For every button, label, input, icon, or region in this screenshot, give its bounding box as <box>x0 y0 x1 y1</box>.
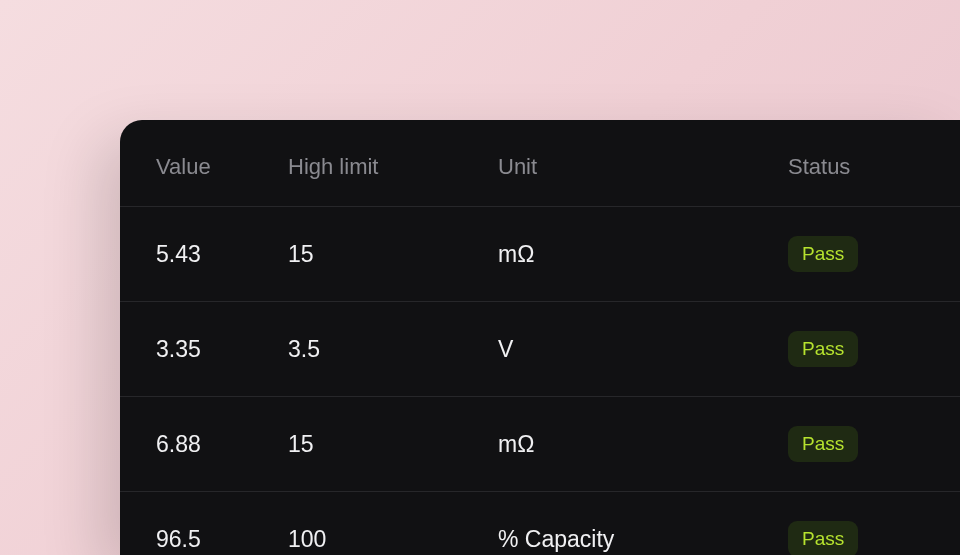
cell-high-limit: 3.5 <box>288 302 498 397</box>
header-high-limit: High limit <box>288 132 498 207</box>
table-row: 96.5 100 % Capacity Pass <box>120 492 960 556</box>
cell-value: 5.43 <box>120 207 288 302</box>
data-panel: Value High limit Unit Status 5.43 15 mΩ … <box>120 120 960 555</box>
header-unit: Unit <box>498 132 788 207</box>
cell-status: Pass <box>788 397 960 492</box>
table-row: 5.43 15 mΩ Pass <box>120 207 960 302</box>
header-status: Status <box>788 132 960 207</box>
status-badge: Pass <box>788 331 858 367</box>
cell-unit: mΩ <box>498 207 788 302</box>
cell-high-limit: 15 <box>288 207 498 302</box>
cell-status: Pass <box>788 492 960 556</box>
table-header-row: Value High limit Unit Status <box>120 132 960 207</box>
table-row: 3.35 3.5 V Pass <box>120 302 960 397</box>
cell-value: 3.35 <box>120 302 288 397</box>
cell-unit: % Capacity <box>498 492 788 556</box>
measurements-table: Value High limit Unit Status 5.43 15 mΩ … <box>120 132 960 555</box>
status-badge: Pass <box>788 426 858 462</box>
cell-high-limit: 100 <box>288 492 498 556</box>
cell-status: Pass <box>788 302 960 397</box>
cell-status: Pass <box>788 207 960 302</box>
cell-unit: mΩ <box>498 397 788 492</box>
cell-unit: V <box>498 302 788 397</box>
cell-value: 6.88 <box>120 397 288 492</box>
status-badge: Pass <box>788 236 858 272</box>
cell-value: 96.5 <box>120 492 288 556</box>
status-badge: Pass <box>788 521 858 555</box>
table-row: 6.88 15 mΩ Pass <box>120 397 960 492</box>
cell-high-limit: 15 <box>288 397 498 492</box>
header-value: Value <box>120 132 288 207</box>
